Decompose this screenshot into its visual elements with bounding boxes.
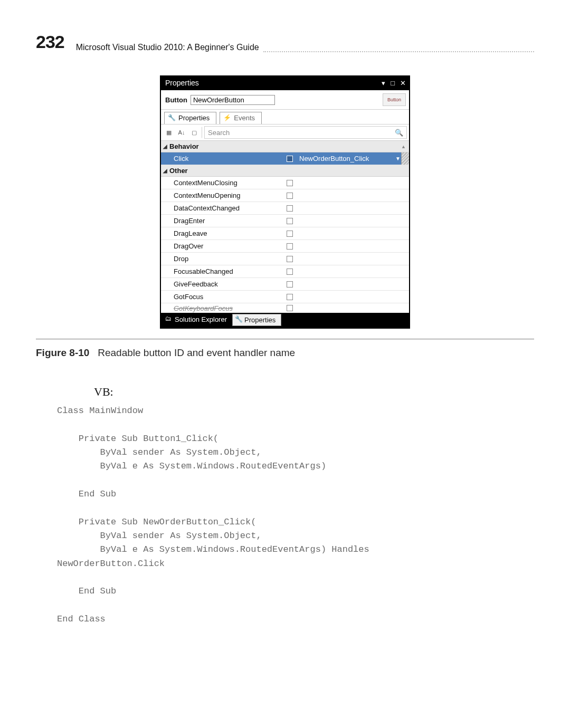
search-placeholder: Search — [208, 129, 230, 137]
object-name-input[interactable] — [191, 95, 275, 105]
solution-explorer-icon: 🗂 — [165, 315, 172, 322]
event-row[interactable]: Drop — [161, 253, 409, 265]
category-other[interactable]: ◢ Other — [161, 165, 409, 177]
wrench-icon: 🔧 — [235, 315, 243, 323]
chevron-down-icon[interactable]: ▼ — [395, 156, 401, 161]
properties-window: Properties ▾ □ ✕ Button Button 🔧 Propert… — [160, 75, 410, 329]
window-title: Properties — [165, 79, 378, 87]
search-input[interactable]: Search 🔍 — [204, 126, 407, 139]
tab-solution-explorer[interactable]: 🗂 Solution Explorer — [163, 314, 232, 326]
event-row[interactable]: DragEnter — [161, 215, 409, 227]
code-language-label: VB: — [94, 385, 534, 399]
expand-icon: ◢ — [163, 168, 167, 174]
event-marker-icon[interactable] — [287, 156, 293, 162]
event-marker-icon[interactable] — [287, 294, 293, 300]
page-number: 232 — [36, 32, 64, 52]
event-marker-icon[interactable] — [287, 193, 293, 199]
event-marker-icon[interactable] — [287, 256, 293, 262]
event-marker-icon[interactable] — [287, 180, 293, 186]
sort-az-icon[interactable]: A↓ — [176, 127, 187, 138]
event-marker-icon[interactable] — [287, 218, 293, 224]
tab-properties[interactable]: 🔧 Properties — [164, 112, 216, 124]
event-row[interactable]: FocusableChanged — [161, 265, 409, 278]
event-marker-icon[interactable] — [287, 281, 293, 288]
view-icon[interactable]: ▢ — [188, 127, 202, 138]
categorize-icon[interactable]: ▦ — [163, 127, 175, 138]
properties-events-tabs: 🔧 Properties ⚡ Events — [161, 110, 409, 124]
tab-properties-bottom[interactable]: 🔧 Properties — [232, 314, 281, 326]
event-marker-icon[interactable] — [287, 243, 293, 250]
object-name-row: Button Button — [161, 90, 409, 110]
lightning-icon: ⚡ — [223, 114, 231, 121]
figure-separator — [36, 338, 534, 340]
object-type-label: Button — [165, 96, 187, 104]
event-row[interactable]: GotFocus — [161, 291, 409, 303]
event-marker-icon[interactable] — [287, 231, 293, 237]
event-row[interactable]: DataContextChanged — [161, 202, 409, 215]
event-row[interactable]: DragOver — [161, 240, 409, 253]
code-listing: Class MainWindow Private Sub Button1_Cli… — [57, 404, 534, 627]
close-icon[interactable]: ✕ — [400, 79, 406, 87]
page-header: 232 Microsoft Visual Studio 2010: A Begi… — [36, 32, 534, 52]
scroll-up-icon[interactable]: ▲ — [401, 144, 406, 149]
category-behavior[interactable]: ◢ Behavior ▲ — [161, 141, 409, 152]
toolbar: ▦ A↓ ▢ Search 🔍 — [161, 124, 409, 141]
event-marker-icon — [287, 305, 293, 311]
header-dotted-rule — [263, 39, 534, 52]
event-row-cutoff: GotKeyboardFocus — [161, 303, 409, 313]
window-titlebar[interactable]: Properties ▾ □ ✕ — [161, 76, 409, 90]
object-type-badge: Button — [383, 93, 406, 106]
dropdown-icon[interactable]: ▾ — [382, 79, 385, 87]
event-row[interactable]: ContextMenuOpening — [161, 189, 409, 202]
event-row-click[interactable]: Click NewOrderButton_Click ▼ — [161, 152, 409, 165]
bottom-tab-strip: 🗂 Solution Explorer 🔧 Properties — [161, 313, 409, 328]
event-handler-value: NewOrderButton_Click — [295, 155, 395, 162]
event-grid: ContextMenuClosing ContextMenuOpening Da… — [161, 177, 409, 313]
expand-icon: ◢ — [163, 143, 167, 149]
wrench-icon: 🔧 — [168, 114, 176, 121]
event-marker-icon[interactable] — [287, 269, 293, 275]
book-title: Microsoft Visual Studio 2010: A Beginner… — [76, 43, 259, 52]
event-row[interactable]: ContextMenuClosing — [161, 177, 409, 189]
search-icon: 🔍 — [395, 129, 403, 137]
tab-events[interactable]: ⚡ Events — [220, 112, 262, 124]
event-marker-icon[interactable] — [287, 205, 293, 212]
figure-caption: Figure 8-10 Readable button ID and event… — [36, 345, 534, 361]
event-row[interactable]: GiveFeedback — [161, 278, 409, 291]
event-row[interactable]: DragLeave — [161, 227, 409, 240]
maximize-icon[interactable]: □ — [391, 79, 395, 87]
scrollbar-thumb[interactable] — [401, 152, 409, 165]
